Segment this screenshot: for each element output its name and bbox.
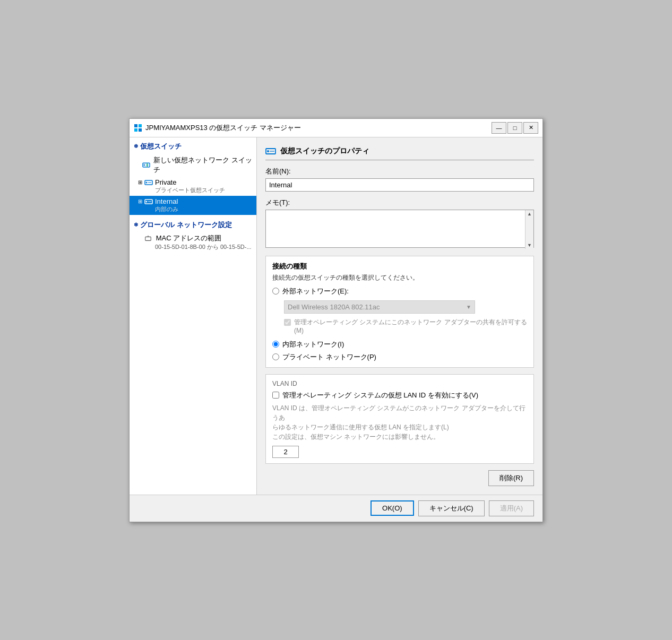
main-window: JPMIYAMAMXPS13 の仮想スイッチ マネージャー — □ ✕ ❄ 仮想… [129, 118, 543, 522]
section1-label: 仮想スイッチ [140, 142, 182, 151]
svg-point-12 [146, 201, 148, 202]
external-network-dropdown: Dell Wireless 1820A 802.11ac ▼ [284, 300, 475, 314]
svg-point-5 [143, 164, 145, 166]
vlan-checkbox[interactable] [272, 392, 279, 399]
private-expand: ⊞ [138, 179, 142, 185]
management-os-label: 管理オペレーティング システムにこのネットワーク アダプターの共有を許可する(M… [294, 318, 527, 334]
vlan-checkbox-row: 管理オペレーティング システムの仮想 LAN ID を有効にする(V) [272, 391, 527, 400]
cancel-button[interactable]: キャンセル(C) [418, 500, 485, 516]
ok-button[interactable]: OK(O) [371, 500, 414, 516]
section1-arrow: ❄ [134, 143, 138, 149]
vlan-desc-line2: らゆるネットワーク通信に使用する仮想 LAN を指定します(L) [272, 423, 449, 431]
mac-range-label: MAC アドレスの範囲 [156, 234, 222, 242]
mac-icon [144, 235, 152, 242]
new-switch-icon [142, 161, 150, 169]
memo-label: メモ(T): [265, 198, 534, 207]
internal-expand: ⊞ [138, 198, 142, 204]
connection-type-title: 接続の種類 [272, 262, 527, 271]
mac-range-sub: 00-15-5D-01-8B-00 から 00-15-5D-... [144, 243, 252, 251]
radio-internal[interactable]: 内部ネットワーク(I) [272, 340, 527, 349]
apply-button[interactable]: 適用(A) [489, 500, 534, 516]
external-dropdown-row: Dell Wireless 1820A 802.11ac ▼ [284, 300, 527, 314]
section-global-network[interactable]: ❄ グローバル ネットワーク設定 [130, 218, 256, 232]
private-item-content: Private プライベート仮想スイッチ [155, 178, 225, 194]
vlan-id-input[interactable] [272, 446, 299, 458]
dropdown-arrow-icon: ▼ [466, 304, 471, 310]
radio-private-label: プライベート ネットワーク(P) [282, 352, 376, 362]
internal-label: Internal [155, 197, 178, 205]
section2-arrow: ❄ [134, 222, 138, 228]
section2-label: グローバル ネットワーク設定 [140, 220, 232, 230]
svg-point-9 [146, 181, 148, 183]
radio-internal-input[interactable] [272, 341, 279, 348]
vlan-description: VLAN ID は、管理オペレーティング システムがこのネットワーク アダプター… [272, 403, 527, 442]
new-switch-label: 新しい仮想ネットワーク スイッチ [153, 155, 252, 175]
panel-title-icon [265, 146, 276, 157]
delete-button-row: 削除(R) [265, 470, 534, 486]
footer-bar: OK(O) キャンセル(C) 適用(A) [130, 495, 542, 522]
vlan-desc-line3: この設定は、仮想マシン ネットワークには影響しません。 [272, 433, 440, 440]
svg-rect-2 [134, 128, 137, 132]
radio-external[interactable]: 外部ネットワーク(E): [272, 287, 527, 296]
radio-external-label: 外部ネットワーク(E): [282, 287, 349, 296]
svg-rect-0 [134, 124, 137, 127]
vlan-checkbox-label: 管理オペレーティング システムの仮想 LAN ID を有効にする(V) [282, 391, 478, 400]
sidebar-item-internal[interactable]: ⊞ Internal 内部のみ [130, 196, 256, 215]
sidebar-item-new-switch[interactable]: 新しい仮想ネットワーク スイッチ [130, 153, 256, 177]
sidebar-item-private[interactable]: ⊞ Private プライベート仮想スイッチ [130, 177, 256, 196]
scroll-down-arrow[interactable]: ▼ [527, 243, 532, 248]
memo-group: メモ(T): ▲ ▼ [265, 198, 534, 249]
connection-type-desc: 接続先の仮想スイッチの種類を選択してください。 [272, 273, 527, 282]
internal-sublabel: 内部のみ [155, 205, 178, 213]
svg-rect-3 [139, 128, 142, 132]
name-label: 名前(N): [265, 167, 534, 176]
private-sublabel: プライベート仮想スイッチ [155, 186, 225, 194]
name-group: 名前(N): [265, 167, 534, 192]
maximize-button[interactable]: □ [507, 122, 522, 134]
title-bar: JPMIYAMAMXPS13 の仮想スイッチ マネージャー — □ ✕ [130, 119, 542, 137]
private-switch-icon [144, 178, 153, 187]
dropdown-value: Dell Wireless 1820A 802.11ac [288, 303, 380, 311]
close-button[interactable]: ✕ [523, 122, 538, 134]
memo-textarea[interactable] [265, 210, 534, 248]
vlan-desc-line1: VLAN ID は、管理オペレーティング システムがこのネットワーク アダプター… [272, 404, 525, 421]
memo-scrollbar[interactable]: ▲ ▼ [525, 210, 533, 249]
panel-title: 仮想スイッチのプロパティ [265, 146, 534, 160]
private-label: Private [155, 178, 225, 186]
app-icon [134, 124, 142, 132]
radio-group: 外部ネットワーク(E): Dell Wireless 1820A 802.11a… [272, 287, 527, 362]
section-virtual-switch[interactable]: ❄ 仮想スイッチ [130, 140, 256, 153]
main-content: ❄ 仮想スイッチ 新しい仮想ネットワーク スイッチ ⊞ [130, 137, 542, 495]
sidebar-item-mac-range[interactable]: MAC アドレスの範囲 00-15-5D-01-8B-00 から 00-15-5… [130, 232, 256, 253]
management-os-checkbox-row: 管理オペレーティング システムにこのネットワーク アダプターの共有を許可する(M… [284, 318, 527, 334]
management-os-checkbox [284, 319, 291, 326]
connection-section: 接続の種類 接続先の仮想スイッチの種類を選択してください。 外部ネットワーク(E… [265, 256, 534, 368]
svg-rect-1 [139, 124, 142, 127]
radio-private[interactable]: プライベート ネットワーク(P) [272, 352, 527, 362]
title-bar-left: JPMIYAMAMXPS13 の仮想スイッチ マネージャー [134, 123, 301, 133]
panel-title-text: 仮想スイッチのプロパティ [280, 146, 369, 156]
svg-rect-14 [145, 237, 151, 240]
memo-textarea-wrap: ▲ ▼ [265, 210, 534, 249]
radio-private-input[interactable] [272, 353, 279, 360]
name-input[interactable] [265, 178, 534, 192]
radio-internal-label: 内部ネットワーク(I) [282, 340, 344, 349]
vlan-section: VLAN ID 管理オペレーティング システムの仮想 LAN ID を有効にする… [265, 374, 534, 464]
left-panel: ❄ 仮想スイッチ 新しい仮想ネットワーク スイッチ ⊞ [130, 137, 257, 495]
internal-switch-icon [144, 197, 153, 206]
minimize-button[interactable]: — [492, 122, 506, 134]
radio-external-input[interactable] [272, 288, 279, 295]
vlan-title: VLAN ID [272, 380, 527, 387]
right-panel: 仮想スイッチのプロパティ 名前(N): メモ(T): ▲ ▼ [257, 137, 542, 495]
delete-button[interactable]: 削除(R) [488, 470, 534, 486]
title-bar-controls: — □ ✕ [492, 122, 538, 134]
scroll-up-arrow[interactable]: ▲ [527, 211, 532, 217]
mac-range-content: MAC アドレスの範囲 [144, 233, 252, 243]
internal-item-content: Internal 内部のみ [155, 197, 178, 213]
svg-point-17 [267, 150, 269, 152]
window-title: JPMIYAMAMXPS13 の仮想スイッチ マネージャー [145, 123, 301, 133]
